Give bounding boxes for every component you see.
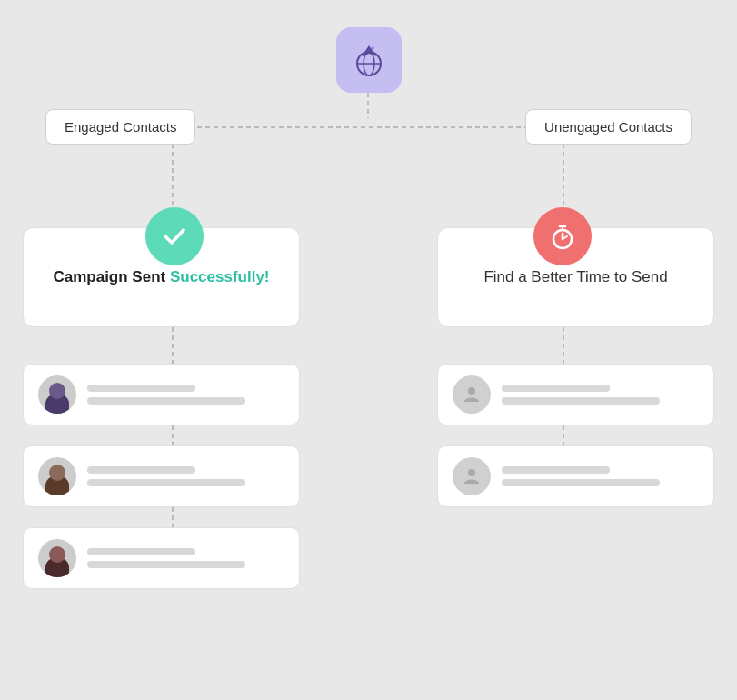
person-icon — [461, 384, 483, 405]
contact-detail-line — [87, 479, 245, 486]
contact-name-line — [87, 385, 195, 392]
right-contact-1 — [437, 364, 714, 425]
person-icon — [461, 465, 483, 487]
campaign-sent-text: Campaign Sent Successfully! — [53, 268, 269, 286]
svg-point-20 — [468, 387, 475, 395]
contact-name-line — [502, 466, 610, 474]
connector-lines — [0, 0, 737, 700]
contact-detail-line — [87, 397, 245, 405]
svg-point-21 — [468, 469, 475, 476]
contact-name-line — [87, 466, 195, 474]
left-contact-2 — [23, 445, 300, 507]
send-optimizer-icon — [336, 27, 402, 93]
contact-info-lines — [87, 548, 284, 568]
contact-detail-line — [502, 397, 660, 405]
svg-marker-14 — [362, 45, 376, 56]
success-circle — [145, 207, 204, 265]
campaign-success-text: Successfully! — [170, 268, 270, 285]
contact-detail-line — [87, 561, 245, 568]
avatar — [38, 539, 76, 577]
contact-info-lines — [502, 385, 699, 405]
find-time-text: Find a Better Time to Send — [483, 268, 667, 286]
left-contact-3 — [23, 527, 300, 589]
engaged-contacts-label: Engaged Contacts — [45, 109, 195, 145]
timer-icon — [548, 222, 577, 251]
contact-info-lines — [502, 466, 699, 486]
contact-detail-line — [502, 479, 660, 486]
right-contact-2 — [437, 445, 714, 507]
unengaged-contacts-label: Unengaged Contacts — [525, 109, 692, 145]
warning-circle — [533, 207, 592, 265]
contact-name-line — [502, 385, 610, 392]
contact-info-lines — [87, 466, 284, 486]
left-contact-1 — [23, 364, 300, 425]
avatar-placeholder — [453, 375, 491, 414]
checkmark-icon — [160, 222, 189, 251]
avatar — [38, 375, 76, 414]
contact-info-lines — [87, 385, 284, 405]
avatar-placeholder — [453, 457, 491, 495]
contact-name-line — [87, 548, 195, 555]
main-canvas: Engaged Contacts Unengaged Contacts Camp… — [0, 0, 737, 700]
avatar — [38, 457, 76, 495]
